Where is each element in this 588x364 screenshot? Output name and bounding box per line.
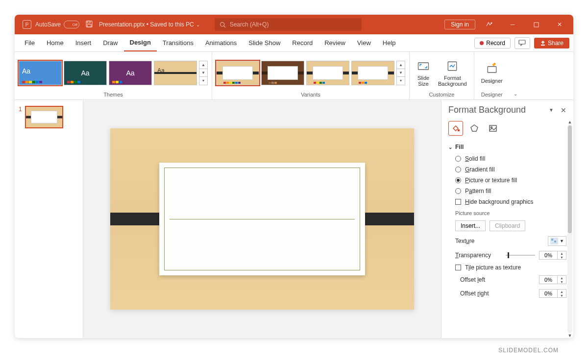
svg-rect-8: [541, 45, 545, 46]
clipboard-button[interactable]: Clipboard: [490, 220, 525, 231]
paint-bucket-icon: [451, 123, 461, 133]
insert-picture-button[interactable]: Insert...: [455, 220, 486, 231]
share-icon: [540, 40, 546, 46]
svg-point-3: [220, 22, 224, 26]
gradient-fill-radio[interactable]: Gradient fill: [448, 164, 566, 175]
svg-rect-11: [488, 66, 496, 72]
scroll-thumb[interactable]: [568, 125, 572, 233]
tile-checkbox[interactable]: Tile picture as texture: [448, 262, 566, 273]
app-window: P AutoSave Off Presentation.pptx • Saved…: [15, 15, 573, 338]
theme-thumb-2[interactable]: Aa: [64, 61, 107, 85]
hide-bg-checkbox[interactable]: Hide background graphics: [448, 196, 566, 207]
variant-thumb-4[interactable]: [351, 61, 394, 85]
pattern-fill-radio[interactable]: Pattern fill: [448, 186, 566, 196]
tab-transitions[interactable]: Transitions: [157, 34, 199, 51]
designer-button[interactable]: Designer: [478, 60, 506, 86]
tab-record[interactable]: Record: [286, 34, 318, 51]
comments-button[interactable]: [514, 37, 530, 49]
picture-source-label: Picture source: [448, 207, 566, 218]
record-button[interactable]: Record: [474, 38, 511, 49]
maximize-button[interactable]: [526, 17, 546, 32]
tab-animations[interactable]: Animations: [199, 34, 243, 51]
picture-tab[interactable]: [486, 121, 500, 136]
workspace: 1 Format Background ▼ ✕: [15, 100, 573, 338]
document-title[interactable]: Presentation.pptx • Saved to this PC ⌄: [99, 21, 200, 28]
sign-in-button[interactable]: Sign in: [444, 20, 475, 29]
tab-view[interactable]: View: [351, 34, 377, 51]
tab-insert[interactable]: Insert: [70, 34, 98, 51]
pane-scrollbar[interactable]: ▲ ▼: [567, 124, 572, 333]
theme-thumb-1[interactable]: Aa: [19, 61, 62, 85]
comment-icon: [518, 40, 526, 46]
format-background-button[interactable]: Format Background: [435, 57, 470, 89]
picture-fill-radio[interactable]: Picture or texture fill: [448, 175, 566, 186]
watermark: SLIDEMODEL.COM: [15, 347, 559, 354]
fill-tab[interactable]: [448, 121, 463, 136]
customize-group-label: Customize: [414, 91, 470, 98]
svg-point-14: [491, 127, 492, 128]
pane-options-dropdown[interactable]: ▼: [549, 107, 554, 113]
save-icon[interactable]: [85, 20, 93, 29]
designer-icon: [485, 62, 499, 76]
solid-fill-radio[interactable]: Solid fill: [448, 153, 566, 164]
slide-thumbnails: 1: [15, 100, 83, 338]
scroll-up-icon[interactable]: ▲: [567, 120, 572, 124]
slide-size-button[interactable]: Slide Size: [414, 57, 433, 89]
svg-point-12: [458, 130, 460, 131]
title-bar: P AutoSave Off Presentation.pptx • Saved…: [15, 15, 573, 34]
autosave-toggle[interactable]: AutoSave Off: [35, 21, 79, 28]
svg-rect-1: [87, 21, 90, 23]
tab-slideshow[interactable]: Slide Show: [243, 34, 286, 51]
tab-home[interactable]: Home: [41, 34, 70, 51]
pane-close-button[interactable]: ✕: [561, 106, 566, 114]
texture-picker[interactable]: ▼: [548, 236, 566, 246]
svg-rect-17: [554, 241, 556, 243]
svg-point-5: [491, 23, 492, 24]
pane-title: Format Background: [448, 105, 549, 115]
coming-soon-icon[interactable]: [479, 17, 499, 32]
transparency-input[interactable]: ▲▼: [539, 251, 566, 260]
close-button[interactable]: ✕: [550, 17, 569, 32]
svg-rect-16: [551, 239, 553, 241]
toggle-switch[interactable]: Off: [64, 21, 79, 28]
picture-icon: [488, 123, 498, 133]
tab-review[interactable]: Review: [318, 34, 351, 51]
tab-file[interactable]: File: [19, 34, 41, 51]
variant-thumb-3[interactable]: [306, 61, 349, 85]
menu-bar: File Home Insert Draw Design Transitions…: [15, 34, 573, 52]
offset-left-input[interactable]: ▲▼: [539, 275, 566, 284]
offset-right-input[interactable]: ▲▼: [539, 289, 566, 298]
variant-thumb-1[interactable]: [216, 61, 259, 85]
slide-canvas-area: [83, 100, 441, 338]
chevron-down-icon: ⌄: [196, 22, 200, 27]
search-input[interactable]: Search (Alt+Q): [215, 18, 362, 31]
variants-group-label: Variants: [216, 91, 405, 98]
slide-thumb-1[interactable]: 1: [19, 106, 79, 128]
slide[interactable]: [110, 128, 414, 310]
autosave-label: AutoSave: [35, 21, 61, 28]
svg-rect-7: [519, 40, 525, 44]
minimize-button[interactable]: ─: [503, 17, 522, 32]
scroll-down-icon[interactable]: ▼: [567, 333, 572, 338]
tab-draw[interactable]: Draw: [97, 34, 123, 51]
title-placeholder[interactable]: [164, 168, 360, 270]
svg-rect-6: [534, 23, 539, 27]
chevron-down-icon: ⌄: [448, 145, 452, 150]
share-button[interactable]: Share: [534, 38, 569, 49]
powerpoint-icon: P: [23, 20, 31, 29]
svg-rect-2: [87, 24, 91, 27]
fill-section-header[interactable]: ⌄Fill: [448, 141, 566, 153]
collapse-ribbon-button[interactable]: ⌄: [510, 52, 521, 99]
transparency-slider[interactable]: [506, 252, 535, 259]
texture-swatch-icon: [550, 238, 558, 244]
themes-more[interactable]: ▲▼▾: [199, 61, 208, 85]
variant-thumb-2[interactable]: [261, 61, 304, 85]
format-bg-icon: [445, 59, 459, 73]
record-dot-icon: [480, 41, 484, 45]
theme-thumb-3[interactable]: Aa: [109, 61, 152, 85]
tab-help[interactable]: Help: [377, 34, 402, 51]
theme-thumb-4[interactable]: Aa: [154, 61, 197, 85]
effects-tab[interactable]: [467, 121, 482, 136]
variants-more[interactable]: ▲▼▾: [396, 61, 405, 85]
tab-design[interactable]: Design: [124, 34, 157, 51]
